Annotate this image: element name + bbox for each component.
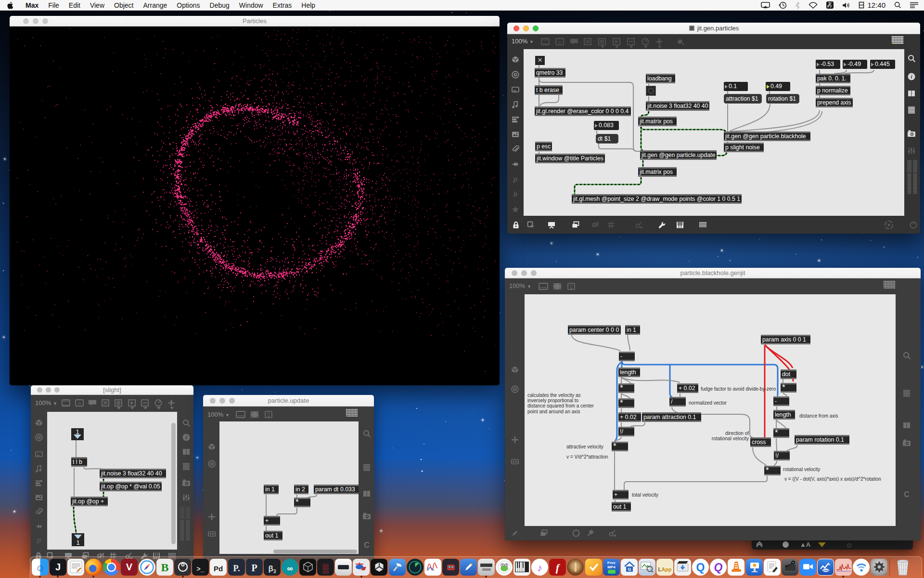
svg-text:m: m (77, 401, 81, 406)
svg-text:de: de (570, 287, 573, 289)
svg-text:m: m (558, 40, 561, 44)
svg-text:G: G (628, 567, 631, 572)
svg-text:intel: intel (823, 569, 829, 572)
svg-text:de: de (267, 415, 270, 418)
svg-text:C: C (364, 541, 370, 549)
svg-text:C: C (904, 490, 910, 498)
